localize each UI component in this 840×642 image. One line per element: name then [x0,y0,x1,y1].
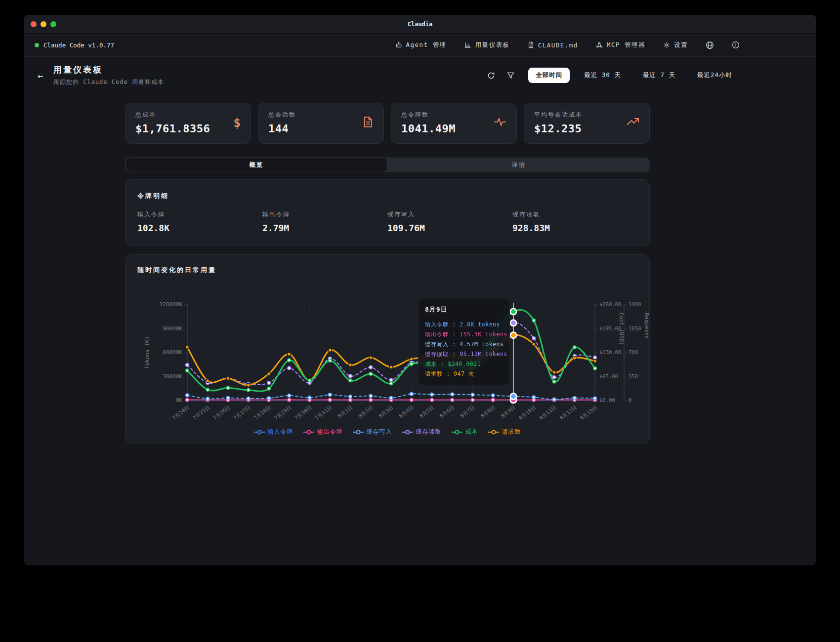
breakdown-label: 输出令牌 [262,210,387,219]
tab-details[interactable]: 详情 [388,158,650,172]
time-filter-1[interactable]: 最近 30 天 [577,68,629,83]
page-header: ← 用量仪表板 跟踪您的 Claude Code 用量和成本 全部时间最近 30… [24,57,816,95]
svg-text:8月12日: 8月12日 [558,404,578,421]
breakdown-label: 缓存读取 [512,210,637,219]
legend-item[interactable]: 输出令牌 [303,428,343,436]
chart-tooltip: 8月9日 输入令牌 : 2.8K tokens输出令牌 : 155.3K tok… [418,299,510,385]
app-version: Claude Code v1.0.77 [35,41,114,49]
minimize-window-button[interactable] [41,21,46,27]
svg-text:90000K: 90000K [163,325,182,332]
status-dot-icon [35,43,39,47]
svg-text:30000K: 30000K [163,373,182,380]
stat-label: 总会话数 [268,111,296,119]
breakdown-value: 928.83M [512,223,637,233]
svg-text:8月9日: 8月9日 [500,404,516,419]
svg-text:8月3日: 8月3日 [378,404,394,419]
svg-text:8月4日: 8月4日 [398,404,415,419]
nav-item-document[interactable]: CLAUDE.md [528,41,578,49]
legend-item[interactable]: 输入令牌 [254,428,294,436]
time-filter-2[interactable]: 最近 7 天 [635,68,683,83]
globe-icon [706,41,714,49]
stat-card-3: 平均每会话成本$12.235 [524,103,650,144]
time-filter-0[interactable]: 全部时间 [528,68,570,83]
tooltip-row: 请求数 : 947 次 [425,369,503,379]
svg-text:7月29日: 7月29日 [273,404,293,421]
svg-text:7月27日: 7月27日 [232,404,252,421]
svg-text:8月1日: 8月1日 [336,404,353,419]
tooltip-row: 缓存写入 : 4.57M tokens [425,339,503,349]
legend-item[interactable]: 缓存读取 [402,428,442,436]
svg-text:$0.00: $0.00 [599,397,615,403]
window-controls [31,21,56,27]
stat-value: $12.235 [534,122,583,135]
stat-label: 平均每会话成本 [534,111,583,119]
page-subtitle: 跟踪您的 Claude Code 用量和成本 [53,78,164,86]
tooltip-row: 成本 : $240.0021 [425,359,503,369]
legend-marker-icon [402,430,413,435]
filter-icon[interactable] [507,72,514,79]
stat-label: 总成本 [135,111,210,119]
stat-card-0: 总成本$1,761.8356$ [125,103,251,144]
svg-text:7月30日: 7月30日 [294,404,313,421]
svg-text:8月8日: 8月8日 [479,404,496,419]
svg-text:7月31日: 7月31日 [314,404,333,421]
app-window: Claudia Claude Code v1.0.77 Agent 管理用量仪表… [24,15,816,565]
breakdown-label: 缓存写入 [387,210,512,219]
nav-item-gear[interactable]: 设置 [663,41,688,49]
legend-item[interactable]: 成本 [452,428,478,436]
time-filter-group: 全部时间最近 30 天最近 7 天最近24小时 [528,68,740,83]
time-filter-3[interactable]: 最近24小时 [690,68,740,83]
stat-label: 总令牌数 [401,111,456,119]
tooltip-date: 8月9日 [425,305,503,314]
token-breakdown-grid: 输入令牌102.8K输出令牌2.79M缓存写入109.76M缓存读取928.83… [137,210,637,233]
nav-item-bar-chart[interactable]: 用量仪表板 [464,41,510,49]
language-button[interactable] [706,41,714,49]
app-header: Claude Code v1.0.77 Agent 管理用量仪表板CLAUDE.… [24,34,816,57]
stat-card-1: 总会话数144 [258,103,384,144]
svg-text:8月6日: 8月6日 [439,404,456,419]
page-title: 用量仪表板 [53,64,164,76]
legend-marker-icon [488,430,499,435]
chart-canvas[interactable]: 120000K90000K60000K30000K0K$260.00$195.0… [126,279,650,425]
svg-text:0K: 0K [176,397,183,403]
network-icon [596,41,603,48]
tooltip-row: 输入令牌 : 2.8K tokens [425,320,503,329]
svg-text:8月2日: 8月2日 [357,404,374,419]
svg-text:8月13日: 8月13日 [579,404,598,421]
file-text-icon [363,116,374,130]
close-window-button[interactable] [31,21,37,27]
legend-item[interactable]: 缓存写入 [353,428,392,436]
refresh-button[interactable] [487,72,495,80]
stat-value: 1041.49M [401,122,456,135]
legend-marker-icon [452,430,462,435]
tooltip-row: 输出令牌 : 155.3K tokens [425,329,503,339]
svg-text:7月28日: 7月28日 [252,404,272,421]
svg-text:7月24日: 7月24日 [171,404,190,421]
svg-text:8月5日: 8月5日 [418,404,435,419]
tooltip-row: 缓存读取 : 95.12M tokens [425,349,503,359]
stats-row: 总成本$1,761.8356$总会话数144总令牌数1041.49M平均每会话成… [125,103,650,144]
legend-item[interactable]: 请求数 [488,428,521,436]
zoom-window-button[interactable] [50,21,56,27]
tab-overview[interactable]: 概览 [125,158,388,172]
breakdown-value: 2.79M [262,223,387,233]
bar-chart-icon [464,41,471,48]
svg-text:$260.00: $260.00 [599,301,621,307]
daily-usage-chart[interactable]: 120000K90000K60000K30000K0K$260.00$195.0… [126,279,649,425]
svg-text:700: 700 [629,349,638,355]
back-button[interactable]: ← [38,70,52,81]
svg-text:$65.00: $65.00 [599,373,618,379]
activity-icon [494,117,506,129]
titlebar: Claudia [24,15,816,34]
about-button[interactable] [732,41,740,49]
breakdown-item: 缓存读取928.83M [512,210,637,233]
breakdown-item: 输入令牌102.8K [137,210,262,233]
gear-icon [663,41,670,48]
stat-card-2: 总令牌数1041.49M [391,103,517,144]
svg-text:8月7日: 8月7日 [459,404,476,419]
stat-value: 144 [268,122,296,135]
svg-text:Cost (USD): Cost (USD) [618,313,625,345]
nav-item-network[interactable]: MCP 管理器 [596,41,645,49]
tab-bar: 概览 详情 [125,158,650,172]
nav-item-bot[interactable]: Agent 管理 [395,41,447,49]
